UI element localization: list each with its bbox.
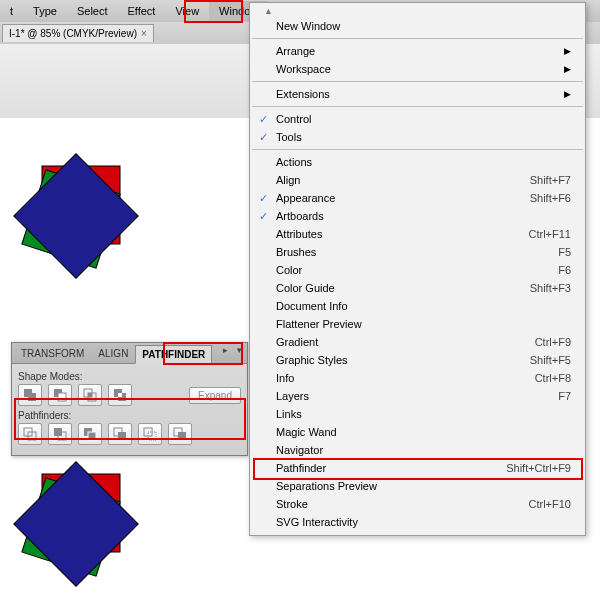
menu-type[interactable]: Type xyxy=(23,1,67,21)
menu-item-label: Artboards xyxy=(276,210,571,222)
submenu-arrow-icon: ▶ xyxy=(564,89,571,99)
expand-button[interactable]: Expand xyxy=(189,387,241,404)
svg-rect-9 xyxy=(58,393,66,401)
menu-item-label: Magic Wand xyxy=(276,426,571,438)
svg-rect-21 xyxy=(88,432,96,440)
document-tab-label: I-1* @ 85% (CMYK/Preview) xyxy=(9,28,137,39)
menu-item-color-guide[interactable]: Color GuideShift+F3 xyxy=(250,279,585,297)
menu-item-shortcut: Shift+F3 xyxy=(530,282,571,294)
menu-item-label: Info xyxy=(276,372,535,384)
menu-item-label: Actions xyxy=(276,156,571,168)
pathfinders-row xyxy=(18,423,241,445)
menu-item-label: Stroke xyxy=(276,498,529,510)
submenu-arrow-icon: ▶ xyxy=(564,64,571,74)
menu-item-shortcut: Shift+F6 xyxy=(530,192,571,204)
tab-align[interactable]: ALIGN xyxy=(91,344,135,363)
unite-icon[interactable] xyxy=(18,384,42,406)
outline-icon[interactable] xyxy=(138,423,162,445)
menu-item-label: Brushes xyxy=(276,246,558,258)
menu-item-layers[interactable]: LayersF7 xyxy=(250,387,585,405)
divide-icon[interactable] xyxy=(18,423,42,445)
menu-item-extensions[interactable]: Extensions▶ xyxy=(250,85,585,103)
tab-pathfinder[interactable]: PATHFINDER xyxy=(135,345,212,364)
menu-item-shortcut: Ctrl+F11 xyxy=(529,228,572,240)
menu-item-label: Appearance xyxy=(276,192,530,204)
menu-item-actions[interactable]: Actions xyxy=(250,153,585,171)
svg-rect-23 xyxy=(118,432,126,440)
menu-item-shortcut: Shift+Ctrl+F9 xyxy=(506,462,571,474)
menu-item-brushes[interactable]: BrushesF5 xyxy=(250,243,585,261)
panel-collapse-icon[interactable]: ▸ xyxy=(219,345,231,357)
menu-item-stroke[interactable]: StrokeCtrl+F10 xyxy=(250,495,585,513)
exclude-icon[interactable] xyxy=(108,384,132,406)
menu-item-control[interactable]: ✓Control xyxy=(250,110,585,128)
menu-separator xyxy=(252,38,583,39)
menu-item-flattener-preview[interactable]: Flattener Preview xyxy=(250,315,585,333)
document-tab[interactable]: I-1* @ 85% (CMYK/Preview) × xyxy=(2,24,154,42)
menu-item-attributes[interactable]: AttributesCtrl+F11 xyxy=(250,225,585,243)
check-icon: ✓ xyxy=(250,131,276,144)
menu-item-label: Color xyxy=(276,264,558,276)
menu-item-color[interactable]: ColorF6 xyxy=(250,261,585,279)
menu-item-label: Tools xyxy=(276,131,571,143)
tab-transform[interactable]: TRANSFORM xyxy=(14,344,91,363)
menu-item-graphic-styles[interactable]: Graphic StylesShift+F5 xyxy=(250,351,585,369)
panel-menu-icon[interactable]: ▾ xyxy=(233,345,245,357)
close-icon[interactable]: × xyxy=(141,28,147,39)
menu-item-label: Arrange xyxy=(276,45,558,57)
menu-view[interactable]: View xyxy=(165,1,209,21)
menu-item-shortcut: F5 xyxy=(558,246,571,258)
menu-item-svg-interactivity[interactable]: SVG Interactivity xyxy=(250,513,585,531)
menu-item-appearance[interactable]: ✓AppearanceShift+F6 xyxy=(250,189,585,207)
menu-separator xyxy=(252,149,583,150)
menu-effect[interactable]: Effect xyxy=(118,1,166,21)
menu-item-magic-wand[interactable]: Magic Wand xyxy=(250,423,585,441)
menu-item-gradient[interactable]: GradientCtrl+F9 xyxy=(250,333,585,351)
check-icon: ✓ xyxy=(250,113,276,126)
svg-rect-15 xyxy=(118,393,122,397)
menu-item-artboards[interactable]: ✓Artboards xyxy=(250,207,585,225)
minus-back-icon[interactable] xyxy=(168,423,192,445)
menu-item-label: Gradient xyxy=(276,336,535,348)
menu-item[interactable]: t xyxy=(0,1,23,21)
menu-item-tools[interactable]: ✓Tools xyxy=(250,128,585,146)
svg-rect-7 xyxy=(28,393,36,401)
submenu-arrow-icon: ▶ xyxy=(564,46,571,56)
shape-modes-label: Shape Modes: xyxy=(18,371,241,382)
trim-icon[interactable] xyxy=(48,423,72,445)
menu-item-workspace[interactable]: Workspace▶ xyxy=(250,60,585,78)
minus-front-icon[interactable] xyxy=(48,384,72,406)
crop-icon[interactable] xyxy=(108,423,132,445)
menu-select[interactable]: Select xyxy=(67,1,118,21)
pathfinders-label: Pathfinders: xyxy=(18,410,241,421)
menu-item-label: Graphic Styles xyxy=(276,354,530,366)
shape-stack[interactable] xyxy=(12,160,152,300)
menu-item-shortcut: Shift+F5 xyxy=(530,354,571,366)
menu-item-document-info[interactable]: Document Info xyxy=(250,297,585,315)
menu-item-shortcut: F6 xyxy=(558,264,571,276)
menu-item-pathfinder[interactable]: PathfinderShift+Ctrl+F9 xyxy=(250,459,585,477)
menu-item-label: Color Guide xyxy=(276,282,530,294)
merge-icon[interactable] xyxy=(78,423,102,445)
menu-item-label: Attributes xyxy=(276,228,529,240)
menu-item-label: SVG Interactivity xyxy=(276,516,571,528)
menu-item-label: Workspace xyxy=(276,63,558,75)
menu-item-info[interactable]: InfoCtrl+F8 xyxy=(250,369,585,387)
menu-item-shortcut: Ctrl+F8 xyxy=(535,372,571,384)
menu-item-align[interactable]: AlignShift+F7 xyxy=(250,171,585,189)
menu-item-navigator[interactable]: Navigator xyxy=(250,441,585,459)
menu-item-arrange[interactable]: Arrange▶ xyxy=(250,42,585,60)
menu-item-label: Layers xyxy=(276,390,558,402)
intersect-icon[interactable] xyxy=(78,384,102,406)
menu-item-shortcut: Ctrl+F9 xyxy=(535,336,571,348)
menu-item-label: Document Info xyxy=(276,300,571,312)
menu-item-shortcut: F7 xyxy=(558,390,571,402)
shape-stack[interactable] xyxy=(12,468,152,600)
menu-item-shortcut: Shift+F7 xyxy=(530,174,571,186)
menu-item-separations-preview[interactable]: Separations Preview xyxy=(250,477,585,495)
menu-item-new-window[interactable]: New Window xyxy=(250,17,585,35)
menu-item-label: Align xyxy=(276,174,530,186)
pathfinder-panel[interactable]: TRANSFORM ALIGN PATHFINDER ▸ ▾ Shape Mod… xyxy=(11,342,248,456)
menu-scroll-up-icon: ▲ xyxy=(264,6,273,16)
menu-item-links[interactable]: Links xyxy=(250,405,585,423)
